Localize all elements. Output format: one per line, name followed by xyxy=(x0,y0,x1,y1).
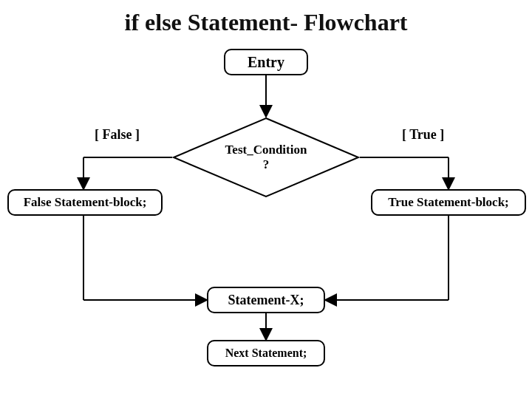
next-statement-node: Next Statement; xyxy=(207,340,325,366)
true-branch-label: [ True ] xyxy=(402,127,444,143)
true-block-node: True Statement-block; xyxy=(371,189,526,216)
false-block-node: False Statement-block; xyxy=(7,189,163,216)
statement-x-node: Statement-X; xyxy=(207,287,325,313)
condition-node: Test_Condition ? xyxy=(172,117,360,198)
page-title: if else Statement- Flowchart xyxy=(0,9,532,36)
condition-text-2: ? xyxy=(263,157,270,171)
condition-text-1: Test_Condition xyxy=(225,143,307,157)
false-branch-label: [ False ] xyxy=(95,127,140,143)
entry-node: Entry xyxy=(224,49,308,75)
